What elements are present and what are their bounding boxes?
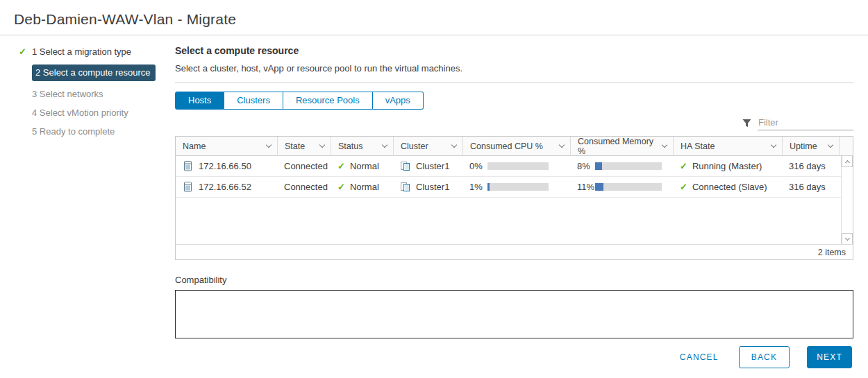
column-header-uptime[interactable]: Uptime — [782, 137, 839, 156]
step-select-networks: 3 Select networks — [0, 88, 175, 100]
tab-vapps[interactable]: vApps — [373, 92, 424, 110]
status-ok-icon: ✓ — [337, 182, 345, 192]
hosts-table-header: Name State Status Cluster — [176, 137, 853, 156]
uptime: 316 days — [789, 161, 826, 171]
uptime: 316 days — [789, 182, 826, 192]
migrate-wizard-dialog: Deb-Damien-WAW-Vlan - Migrate ✓ 1 Select… — [0, 0, 868, 378]
compatibility-panel — [175, 290, 853, 338]
host-state: Connected — [284, 161, 328, 171]
hosts-table-body: 172.16.66.50 Connected ✓ Normal Cluster1 — [176, 156, 853, 244]
column-header-ha-state[interactable]: HA State — [673, 137, 782, 156]
tab-resource-pools[interactable]: Resource Pools — [283, 92, 373, 110]
chevron-down-icon[interactable] — [319, 142, 325, 148]
cluster-icon — [400, 161, 410, 171]
column-header-consumed-cpu[interactable]: Consumed CPU % — [462, 137, 570, 156]
column-header-consumed-memory[interactable]: Consumed Memory % — [570, 137, 673, 156]
cpu-usage-bar — [487, 183, 549, 191]
back-button[interactable]: BACK — [739, 346, 790, 368]
host-name: 172.16.66.52 — [199, 182, 251, 192]
chevron-down-icon — [844, 236, 849, 241]
step-label-current: 2 Select a compute resource — [32, 65, 156, 81]
dialog-header: Deb-Damien-WAW-Vlan - Migrate — [0, 0, 868, 35]
memory-usage-bar — [595, 183, 662, 191]
column-header-filler — [839, 137, 853, 156]
cancel-button[interactable]: CANCEL — [677, 347, 721, 368]
cpu-percent: 0% — [469, 161, 487, 171]
next-button[interactable]: NEXT — [807, 346, 852, 368]
step-label: 1 Select a migration type — [32, 46, 131, 58]
column-header-name[interactable]: Name — [176, 137, 277, 156]
chevron-up-icon — [844, 160, 849, 164]
cluster-icon — [400, 182, 410, 192]
chevron-down-icon[interactable] — [382, 142, 387, 148]
wizard-action-buttons: CANCEL BACK NEXT — [0, 346, 868, 378]
esxi-host-icon — [183, 182, 193, 192]
chevron-down-icon[interactable] — [771, 142, 776, 148]
chevron-down-icon[interactable] — [828, 142, 833, 148]
content-divider — [175, 83, 853, 83]
dialog-title: Deb-Damien-WAW-Vlan - Migrate — [14, 11, 853, 28]
table-footer: 2 items — [176, 244, 853, 259]
scroll-up-button[interactable] — [842, 156, 853, 167]
vertical-scrollbar[interactable] — [841, 156, 853, 244]
cluster-name: Cluster1 — [416, 161, 449, 171]
table-row-host-1[interactable]: 172.16.66.50 Connected ✓ Normal Cluster1 — [176, 156, 853, 177]
scroll-down-button[interactable] — [842, 233, 853, 244]
column-header-status[interactable]: Status — [331, 137, 393, 156]
cpu-usage-bar — [487, 162, 549, 170]
step-select-compute-resource[interactable]: 2 Select a compute resource — [0, 65, 175, 81]
chevron-down-icon[interactable] — [662, 142, 667, 148]
ha-ok-icon: ✓ — [680, 161, 687, 171]
filter-input[interactable] — [758, 116, 853, 130]
step-label: 5 Ready to complete — [32, 126, 115, 137]
step-select-migration-type[interactable]: ✓ 1 Select a migration type — [0, 46, 175, 58]
page-subtitle: Select a cluster, host, vApp or resource… — [175, 63, 853, 74]
cpu-percent: 1% — [469, 182, 487, 192]
esxi-host-icon — [183, 161, 193, 171]
host-status: Normal — [350, 161, 379, 171]
tab-hosts[interactable]: Hosts — [175, 92, 224, 110]
host-status: Normal — [350, 182, 379, 192]
memory-percent: 11% — [577, 182, 595, 192]
host-name: 172.16.66.50 — [199, 161, 251, 171]
chevron-down-icon[interactable] — [266, 142, 272, 148]
column-header-cluster[interactable]: Cluster — [393, 137, 462, 156]
ha-state: Connected (Slave) — [692, 182, 767, 192]
memory-usage-bar — [595, 162, 662, 170]
step-ready-to-complete: 5 Ready to complete — [0, 126, 175, 137]
page-title: Select a compute resource — [175, 45, 853, 56]
wizard-step-content: Select a compute resource Select a clust… — [175, 35, 868, 346]
step-label: 4 Select vMotion priority — [32, 107, 128, 119]
resource-type-tabs: Hosts Clusters Resource Pools vApps — [175, 92, 424, 110]
host-state: Connected — [284, 182, 328, 192]
step-label: 3 Select networks — [32, 88, 103, 100]
hosts-table: Name State Status Cluster — [175, 136, 853, 260]
items-count: 2 items — [818, 248, 846, 257]
status-ok-icon: ✓ — [337, 161, 345, 171]
step-completed-check-icon: ✓ — [19, 46, 32, 58]
wizard-steps-sidebar: ✓ 1 Select a migration type 2 Select a c… — [0, 35, 175, 346]
chevron-down-icon[interactable] — [451, 142, 457, 148]
memory-percent: 8% — [577, 161, 595, 171]
filter-funnel-icon — [742, 119, 751, 128]
ha-state: Running (Master) — [692, 161, 762, 171]
cluster-name: Cluster1 — [416, 182, 449, 192]
table-row-host-2[interactable]: 172.16.66.52 Connected ✓ Normal Cluster1 — [176, 177, 853, 198]
column-header-state[interactable]: State — [277, 137, 331, 156]
step-select-vmotion-priority: 4 Select vMotion priority — [0, 107, 175, 119]
ha-ok-icon: ✓ — [680, 182, 687, 192]
filter-row — [175, 114, 853, 132]
compatibility-label: Compatibility — [175, 275, 853, 285]
tab-clusters[interactable]: Clusters — [224, 92, 283, 110]
chevron-down-icon[interactable] — [559, 142, 565, 148]
